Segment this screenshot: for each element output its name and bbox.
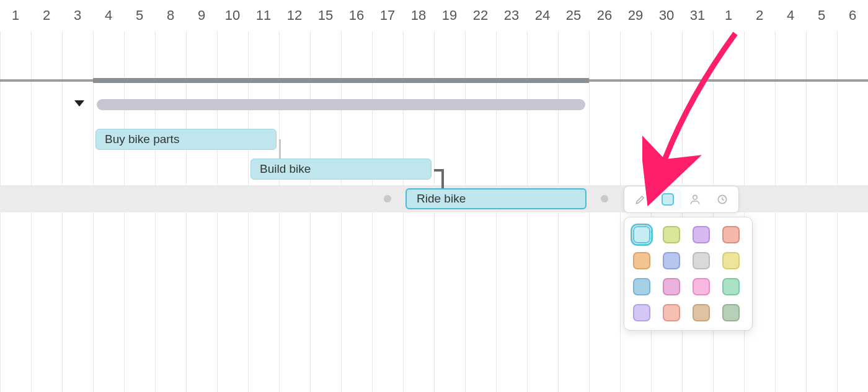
svg-point-0 <box>693 195 698 199</box>
color-swatch[interactable] <box>633 226 650 243</box>
day-header: 1 <box>713 0 744 31</box>
task-label-input[interactable] <box>415 191 577 206</box>
color-swatch[interactable] <box>663 304 680 321</box>
progress-fill <box>93 78 589 83</box>
color-swatch[interactable] <box>722 278 740 295</box>
day-header: 2 <box>31 0 62 31</box>
color-button[interactable] <box>654 189 681 210</box>
day-header: 12 <box>279 0 310 31</box>
color-swatch[interactable] <box>693 252 710 269</box>
color-swatch[interactable] <box>663 252 680 269</box>
pencil-button[interactable] <box>627 189 654 210</box>
color-swatch[interactable] <box>693 304 710 321</box>
person-button[interactable] <box>681 189 709 210</box>
group-summary-bar[interactable] <box>97 99 585 110</box>
day-header: 4 <box>93 0 124 31</box>
day-header: 5 <box>124 0 155 31</box>
day-header: 1 <box>0 0 31 31</box>
color-swatch[interactable] <box>722 252 740 269</box>
color-swatch[interactable] <box>722 226 740 243</box>
day-header: 10 <box>217 0 248 31</box>
day-header: 31 <box>682 0 713 31</box>
day-header: 16 <box>341 0 372 31</box>
day-header: 24 <box>527 0 558 31</box>
color-swatch[interactable] <box>633 278 650 295</box>
task-bar[interactable]: Build bike <box>250 159 432 180</box>
task-label: Build bike <box>260 162 311 176</box>
task-resize-handle-left[interactable] <box>384 195 391 203</box>
clock-icon <box>716 193 728 206</box>
day-header: 23 <box>496 0 527 31</box>
day-header: 26 <box>589 0 620 31</box>
color-swatch[interactable] <box>633 304 650 321</box>
day-header: 15 <box>310 0 341 31</box>
color-swatch[interactable] <box>693 226 710 243</box>
clock-button[interactable] <box>709 189 736 210</box>
day-header: 18 <box>403 0 434 31</box>
day-header: 11 <box>248 0 279 31</box>
day-header: 29 <box>620 0 651 31</box>
day-header: 5 <box>806 0 837 31</box>
color-swatch[interactable] <box>693 278 710 295</box>
task-resize-handle-right[interactable] <box>601 195 608 203</box>
color-swatch[interactable] <box>663 226 680 243</box>
color-swatch[interactable] <box>663 278 680 295</box>
color-picker-popover <box>624 217 753 331</box>
day-header: 19 <box>434 0 465 31</box>
day-header: 25 <box>558 0 589 31</box>
day-header: 4 <box>775 0 806 31</box>
day-header: 2 <box>744 0 775 31</box>
day-header: 9 <box>186 0 217 31</box>
color-swatch[interactable] <box>722 304 740 321</box>
task-bar[interactable]: Buy bike parts <box>95 129 277 150</box>
pencil-icon <box>634 193 647 206</box>
task-bar[interactable] <box>405 188 587 209</box>
day-header: 8 <box>155 0 186 31</box>
day-header: 30 <box>651 0 682 31</box>
day-header: 6 <box>837 0 868 31</box>
color-icon <box>662 193 674 206</box>
person-icon <box>689 193 701 206</box>
day-header: 17 <box>372 0 403 31</box>
task-label: Buy bike parts <box>105 133 179 146</box>
collapse-caret-icon[interactable] <box>74 100 84 107</box>
color-swatch[interactable] <box>633 252 650 269</box>
day-header: 3 <box>62 0 93 31</box>
task-toolbar <box>624 186 739 213</box>
day-header: 22 <box>465 0 496 31</box>
